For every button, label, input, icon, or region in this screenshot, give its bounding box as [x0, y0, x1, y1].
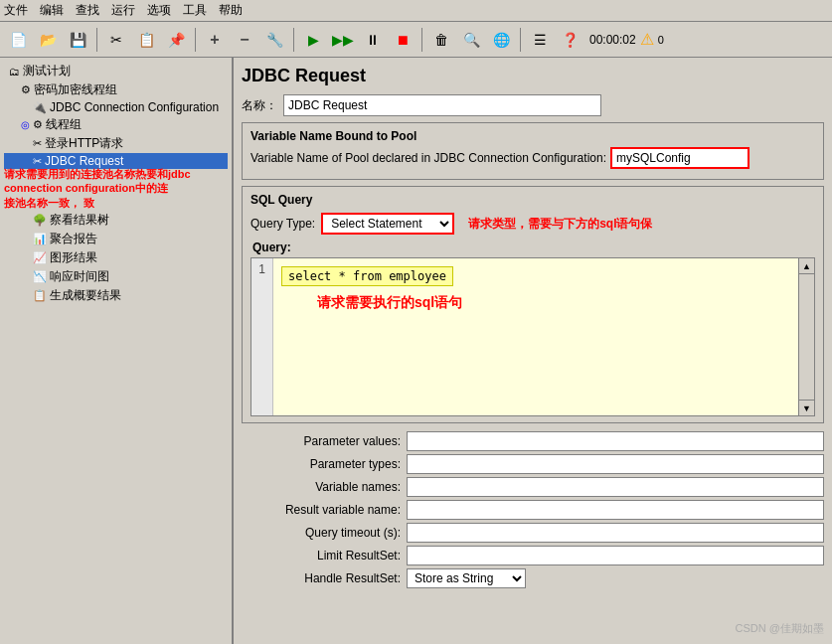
menu-edit[interactable]: 编辑 [40, 2, 64, 19]
toolbar-warning-icon: ⚠ [640, 30, 654, 49]
tree-icon-5: ✂ [33, 155, 42, 168]
toolbar-remove-button[interactable]: − [231, 26, 258, 54]
tree-label-9: 响应时间图 [50, 268, 109, 285]
tree-icon-9: 📉 [33, 270, 47, 283]
param-label-4: Query timeout (s): [242, 526, 401, 540]
tree-icon-3: ⚙ [33, 118, 43, 131]
tree-label-10: 生成概要结果 [50, 287, 121, 304]
param-input-2[interactable] [407, 477, 824, 497]
toolbar-list-button[interactable]: ☰ [526, 26, 554, 54]
param-row-6: Handle ResultSet: Store as String Store … [242, 568, 824, 588]
tree-item-2[interactable]: 🔌 JDBC Connection Configuration [4, 99, 228, 115]
tree-label-6: 察看结果树 [50, 212, 109, 229]
scrollbar-up-btn[interactable]: ▲ [799, 258, 814, 274]
toolbar-new-button[interactable]: 📄 [4, 26, 32, 54]
param-row-2: Variable names: [242, 477, 824, 497]
param-select-6[interactable]: Store as String Store as Object Count Re… [407, 568, 526, 588]
toolbar-play-no-pause-button[interactable]: ▶▶ [329, 26, 357, 54]
tree-icon-8: 📈 [33, 251, 47, 264]
param-label-6: Handle ResultSet: [242, 571, 401, 585]
param-input-3[interactable] [407, 500, 824, 520]
tree-label-2: JDBC Connection Configuration [50, 100, 219, 114]
tree-icon-7: 📊 [33, 233, 47, 245]
tree-icon-10: 📋 [33, 289, 47, 302]
panel-title: JDBC Request [242, 66, 824, 86]
tree-item-4[interactable]: ✂ 登录HTTP请求 [4, 134, 228, 153]
param-input-0[interactable] [407, 431, 824, 451]
query-type-select[interactable]: Select Statement Update Statement Insert… [321, 213, 454, 235]
menu-file[interactable]: 文件 [4, 2, 28, 19]
menu-tools[interactable]: 工具 [183, 2, 207, 19]
tree-label-5: JDBC Request [45, 154, 123, 168]
query-type-row: Query Type: Select Statement Update Stat… [250, 213, 815, 235]
param-input-4[interactable] [407, 523, 824, 543]
param-label-3: Result variable name: [242, 503, 401, 517]
param-row-3: Result variable name: [242, 500, 824, 520]
name-label: 名称： [242, 97, 277, 114]
tree-icon-6: 🌳 [33, 214, 47, 227]
toolbar-separator-4 [421, 28, 422, 52]
toolbar-search-button[interactable]: 🔍 [457, 26, 485, 54]
toolbar-save-button[interactable]: 💾 [64, 26, 91, 54]
toolbar-open-button[interactable]: 📂 [34, 26, 62, 54]
tree-item-3[interactable]: ◎ ⚙ 线程组 [4, 115, 228, 134]
name-input[interactable] [283, 94, 601, 116]
menu-find[interactable]: 查找 [76, 2, 99, 19]
annotation-query-type: 请求类型，需要与下方的sql语句保 [468, 216, 652, 233]
query-label: Query: [252, 241, 815, 254]
menu-run[interactable]: 运行 [111, 2, 135, 19]
toolbar-remote-button[interactable]: 🌐 [487, 26, 515, 54]
tree-label-8: 图形结果 [50, 249, 97, 266]
toolbar-paste-button[interactable]: 📌 [162, 26, 190, 54]
toolbar-warning-count: 0 [658, 34, 664, 46]
tree-item-9[interactable]: 📉 响应时间图 [4, 267, 228, 286]
toolbar-cut-button[interactable]: ✂ [102, 26, 130, 54]
scrollbar-down-btn[interactable]: ▼ [799, 400, 814, 415]
right-panel: JDBC Request 名称： Variable Name Bound to … [234, 58, 832, 644]
toolbar-pause-button[interactable]: ⏸ [359, 26, 387, 54]
tree-icon-1: ⚙ [21, 83, 31, 96]
toolbar-separator-3 [293, 28, 294, 52]
query-type-label: Query Type: [250, 217, 315, 231]
tree-item-6[interactable]: 🌳 察看结果树 [4, 211, 228, 230]
pool-row: Variable Name of Pool declared in JDBC C… [250, 147, 815, 169]
tree-label-3: 线程组 [46, 116, 82, 133]
toolbar-clear-all-button[interactable]: 🗑 [427, 26, 455, 54]
annotation-pool-text: 请求需要用到的连接池名称热要和jdbc connection configura… [4, 167, 228, 211]
toolbar-stop-button[interactable]: ⏹ [389, 26, 416, 54]
query-scrollbar[interactable]: ▲ ▼ [798, 258, 814, 415]
menu-help[interactable]: 帮助 [219, 2, 243, 19]
query-area: 1 select * from employee 请求需要执行的sql语句 ▲ … [250, 257, 815, 416]
toolbar-separator-1 [96, 28, 97, 52]
pool-label: Variable Name of Pool declared in JDBC C… [250, 151, 606, 165]
toolbar-separator-2 [195, 28, 196, 52]
watermark: CSDN @佳期如墨 [736, 621, 824, 636]
pool-input[interactable] [610, 147, 749, 169]
menu-options[interactable]: 选项 [147, 2, 171, 19]
variable-bound-title: Variable Name Bound to Pool [250, 129, 815, 143]
toolbar-help-button[interactable]: ❓ [556, 26, 583, 54]
param-input-1[interactable] [407, 454, 824, 474]
line-number: 1 [251, 258, 273, 415]
sql-query-section: SQL Query Query Type: Select Statement U… [242, 186, 824, 423]
main-layout: 🗂 测试计划 ⚙ 密码加密线程组 🔌 JDBC Connection Confi… [0, 58, 832, 644]
toolbar-timer: 00:00:02 [589, 33, 636, 47]
param-input-5[interactable] [407, 546, 824, 565]
tree-panel: 🗂 测试计划 ⚙ 密码加密线程组 🔌 JDBC Connection Confi… [0, 58, 234, 644]
menubar: 文件 编辑 查找 运行 选项 工具 帮助 [0, 0, 832, 22]
scrollbar-track [799, 274, 814, 400]
tree-item-1[interactable]: ⚙ 密码加密线程组 [4, 80, 228, 99]
toolbar-play-button[interactable]: ▶ [299, 26, 327, 54]
param-label-5: Limit ResultSet: [242, 549, 401, 563]
tree-icon-0: 🗂 [9, 66, 20, 78]
tree-item-7[interactable]: 📊 聚合报告 [4, 230, 228, 248]
toolbar-browse-button[interactable]: 🔧 [260, 26, 288, 54]
tree-item-8[interactable]: 📈 图形结果 [4, 248, 228, 267]
toolbar-add-button[interactable]: + [201, 26, 229, 54]
toolbar-copy-button[interactable]: 📋 [132, 26, 160, 54]
name-row: 名称： [242, 94, 824, 116]
tree-item-10[interactable]: 📋 生成概要结果 [4, 286, 228, 305]
tree-item-0[interactable]: 🗂 测试计划 [4, 62, 228, 80]
param-row-1: Parameter types: [242, 454, 824, 474]
sql-text: select * from employee [281, 266, 453, 286]
